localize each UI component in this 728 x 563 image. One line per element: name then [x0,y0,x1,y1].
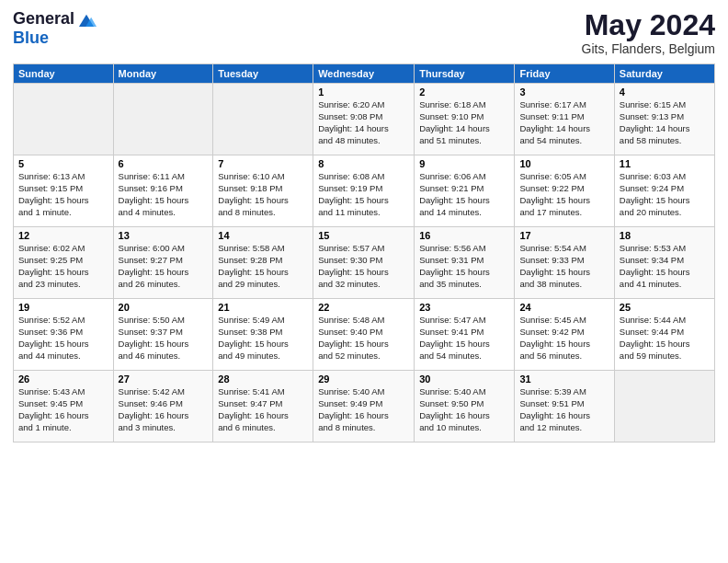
day-info-31: Sunrise: 5:39 AM Sunset: 9:51 PM Dayligh… [519,386,609,433]
week-row-5: 26Sunrise: 5:43 AM Sunset: 9:45 PM Dayli… [14,371,715,442]
day-number-27: 27 [119,373,209,385]
day-info-25: Sunrise: 5:44 AM Sunset: 9:44 PM Dayligh… [620,315,710,362]
day-number-3: 3 [519,86,609,98]
header: General Blue May 2024 Gits, Flanders, Be… [13,9,715,56]
calendar-cell-w3-d4: 15Sunrise: 5:57 AM Sunset: 9:30 PM Dayli… [313,227,415,299]
calendar-cell-w5-d2: 27Sunrise: 5:42 AM Sunset: 9:46 PM Dayli… [113,371,213,442]
day-info-30: Sunrise: 5:40 AM Sunset: 9:50 PM Dayligh… [419,386,509,433]
day-info-10: Sunrise: 6:05 AM Sunset: 9:22 PM Dayligh… [519,171,609,218]
logo-icon [76,9,97,29]
day-info-23: Sunrise: 5:47 AM Sunset: 9:41 PM Dayligh… [419,315,509,362]
day-number-24: 24 [519,302,609,313]
day-info-13: Sunrise: 6:00 AM Sunset: 9:27 PM Dayligh… [119,243,209,290]
calendar-cell-w1-d2 [113,84,213,155]
calendar-cell-w3-d5: 16Sunrise: 5:56 AM Sunset: 9:31 PM Dayli… [415,227,515,299]
calendar-cell-w2-d3: 7Sunrise: 6:10 AM Sunset: 9:18 PM Daylig… [213,155,313,227]
day-number-2: 2 [419,86,509,98]
day-info-16: Sunrise: 5:56 AM Sunset: 9:31 PM Dayligh… [419,243,509,290]
day-number-10: 10 [519,158,609,169]
day-number-13: 13 [119,230,209,241]
day-info-18: Sunrise: 5:53 AM Sunset: 9:34 PM Dayligh… [620,243,710,290]
day-info-3: Sunrise: 6:17 AM Sunset: 9:11 PM Dayligh… [519,99,609,146]
day-number-29: 29 [318,373,409,385]
day-info-5: Sunrise: 6:13 AM Sunset: 9:15 PM Dayligh… [18,171,108,218]
calendar-cell-w3-d6: 17Sunrise: 5:54 AM Sunset: 9:33 PM Dayli… [515,227,614,299]
calendar-cell-w1-d3 [213,84,313,155]
day-number-1: 1 [318,86,409,98]
day-info-26: Sunrise: 5:43 AM Sunset: 9:45 PM Dayligh… [18,386,108,433]
calendar-cell-w3-d2: 13Sunrise: 6:00 AM Sunset: 9:27 PM Dayli… [113,227,213,299]
week-row-4: 19Sunrise: 5:52 AM Sunset: 9:36 PM Dayli… [14,299,715,371]
header-friday: Friday [515,64,614,84]
day-number-7: 7 [218,158,308,169]
day-number-9: 9 [419,158,509,169]
header-wednesday: Wednesday [313,64,415,84]
calendar-cell-w1-d1 [14,84,114,155]
header-thursday: Thursday [415,64,515,84]
day-number-21: 21 [218,302,308,313]
day-number-14: 14 [218,230,308,241]
week-row-2: 5Sunrise: 6:13 AM Sunset: 9:15 PM Daylig… [14,155,715,227]
day-info-17: Sunrise: 5:54 AM Sunset: 9:33 PM Dayligh… [519,243,609,290]
day-number-11: 11 [620,158,710,169]
day-info-11: Sunrise: 6:03 AM Sunset: 9:24 PM Dayligh… [620,171,710,218]
month-year-title: May 2024 [582,9,716,41]
calendar-cell-w4-d4: 22Sunrise: 5:48 AM Sunset: 9:40 PM Dayli… [313,299,415,371]
calendar-cell-w1-d7: 4Sunrise: 6:15 AM Sunset: 9:13 PM Daylig… [614,84,714,155]
day-number-20: 20 [119,302,209,313]
calendar-cell-w2-d4: 8Sunrise: 6:08 AM Sunset: 9:19 PM Daylig… [313,155,415,227]
calendar-cell-w4-d1: 19Sunrise: 5:52 AM Sunset: 9:36 PM Dayli… [14,299,114,371]
day-info-29: Sunrise: 5:40 AM Sunset: 9:49 PM Dayligh… [318,386,409,433]
calendar-cell-w1-d5: 2Sunrise: 6:18 AM Sunset: 9:10 PM Daylig… [415,84,515,155]
day-number-26: 26 [18,373,108,385]
header-monday: Monday [113,64,213,84]
day-number-19: 19 [18,302,108,313]
calendar-cell-w5-d7 [614,371,714,442]
calendar-cell-w2-d7: 11Sunrise: 6:03 AM Sunset: 9:24 PM Dayli… [614,155,714,227]
day-number-22: 22 [318,302,409,313]
calendar-cell-w4-d3: 21Sunrise: 5:49 AM Sunset: 9:38 PM Dayli… [213,299,313,371]
calendar-cell-w5-d5: 30Sunrise: 5:40 AM Sunset: 9:50 PM Dayli… [415,371,515,442]
title-block: May 2024 Gits, Flanders, Belgium [582,9,716,56]
header-row: Sunday Monday Tuesday Wednesday Thursday… [14,64,715,84]
calendar-cell-w1-d6: 3Sunrise: 6:17 AM Sunset: 9:11 PM Daylig… [515,84,614,155]
day-info-19: Sunrise: 5:52 AM Sunset: 9:36 PM Dayligh… [18,315,108,362]
calendar-cell-w3-d7: 18Sunrise: 5:53 AM Sunset: 9:34 PM Dayli… [614,227,714,299]
day-info-1: Sunrise: 6:20 AM Sunset: 9:08 PM Dayligh… [318,99,409,146]
day-number-17: 17 [519,230,609,241]
calendar-cell-w4-d7: 25Sunrise: 5:44 AM Sunset: 9:44 PM Dayli… [614,299,714,371]
day-number-12: 12 [18,230,108,241]
day-number-4: 4 [620,86,710,98]
calendar-cell-w5-d1: 26Sunrise: 5:43 AM Sunset: 9:45 PM Dayli… [14,371,114,442]
day-number-6: 6 [119,158,209,169]
day-info-20: Sunrise: 5:50 AM Sunset: 9:37 PM Dayligh… [119,315,209,362]
day-info-15: Sunrise: 5:57 AM Sunset: 9:30 PM Dayligh… [318,243,409,290]
calendar-cell-w4-d6: 24Sunrise: 5:45 AM Sunset: 9:42 PM Dayli… [515,299,614,371]
week-row-1: 1Sunrise: 6:20 AM Sunset: 9:08 PM Daylig… [14,84,715,155]
day-info-8: Sunrise: 6:08 AM Sunset: 9:19 PM Dayligh… [318,171,409,218]
day-number-30: 30 [419,373,509,385]
day-info-28: Sunrise: 5:41 AM Sunset: 9:47 PM Dayligh… [218,386,308,433]
calendar-cell-w5-d3: 28Sunrise: 5:41 AM Sunset: 9:47 PM Dayli… [213,371,313,442]
calendar-cell-w2-d1: 5Sunrise: 6:13 AM Sunset: 9:15 PM Daylig… [14,155,114,227]
calendar-cell-w5-d6: 31Sunrise: 5:39 AM Sunset: 9:51 PM Dayli… [515,371,614,442]
day-number-8: 8 [318,158,409,169]
calendar-cell-w4-d2: 20Sunrise: 5:50 AM Sunset: 9:37 PM Dayli… [113,299,213,371]
week-row-3: 12Sunrise: 6:02 AM Sunset: 9:25 PM Dayli… [14,227,715,299]
page: General Blue May 2024 Gits, Flanders, Be… [0,0,728,563]
calendar-cell-w2-d5: 9Sunrise: 6:06 AM Sunset: 9:21 PM Daylig… [415,155,515,227]
calendar-body: 1Sunrise: 6:20 AM Sunset: 9:08 PM Daylig… [14,84,715,442]
calendar-cell-w4-d5: 23Sunrise: 5:47 AM Sunset: 9:41 PM Dayli… [415,299,515,371]
logo: General Blue [13,9,97,48]
day-number-31: 31 [519,373,609,385]
day-info-7: Sunrise: 6:10 AM Sunset: 9:18 PM Dayligh… [218,171,308,218]
day-info-2: Sunrise: 6:18 AM Sunset: 9:10 PM Dayligh… [419,99,509,146]
day-info-12: Sunrise: 6:02 AM Sunset: 9:25 PM Dayligh… [18,243,108,290]
day-info-14: Sunrise: 5:58 AM Sunset: 9:28 PM Dayligh… [218,243,308,290]
day-info-21: Sunrise: 5:49 AM Sunset: 9:38 PM Dayligh… [218,315,308,362]
logo-text-blue: Blue [13,29,49,48]
day-number-5: 5 [18,158,108,169]
day-number-16: 16 [419,230,509,241]
calendar-cell-w3-d1: 12Sunrise: 6:02 AM Sunset: 9:25 PM Dayli… [14,227,114,299]
logo-text-general: General [13,10,74,29]
